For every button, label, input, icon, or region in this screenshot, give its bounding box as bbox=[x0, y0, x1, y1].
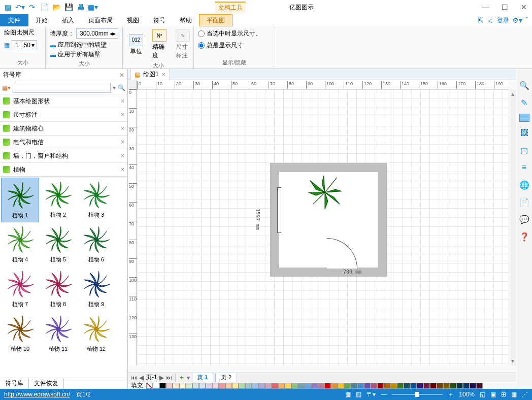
category-4[interactable]: 墙，门，窗户和结构× bbox=[0, 149, 127, 163]
login-link[interactable]: 登录 bbox=[497, 16, 509, 25]
apply-all-walls[interactable]: ▬应用于所有墙壁 bbox=[50, 50, 107, 59]
color-swatch[interactable] bbox=[423, 383, 430, 389]
color-swatch[interactable] bbox=[186, 383, 192, 389]
door-shape[interactable] bbox=[327, 238, 357, 269]
color-swatch[interactable] bbox=[239, 383, 245, 389]
precision-button[interactable]: N²精确度 bbox=[150, 28, 169, 61]
footer-tab-symbol-lib[interactable]: 符号库 bbox=[0, 378, 29, 389]
collapse-ribbon-icon[interactable]: ˆ bbox=[525, 16, 528, 24]
plant-item-1[interactable]: 植物 1 bbox=[1, 178, 39, 222]
lib-picker-icon[interactable]: ▦▾ bbox=[2, 84, 11, 91]
close-doc-icon[interactable]: × bbox=[162, 71, 165, 78]
rt-help-icon[interactable]: ❓ bbox=[518, 230, 530, 243]
search-input[interactable] bbox=[13, 83, 111, 93]
category-3[interactable]: 电气和电信× bbox=[0, 136, 127, 149]
menu-start[interactable]: 开始 bbox=[28, 14, 55, 26]
undo-icon[interactable]: ↶▾ bbox=[14, 2, 25, 13]
status-url[interactable]: http://www.edrawsoft.cn/ bbox=[4, 391, 70, 398]
menu-file[interactable]: 文件 bbox=[0, 14, 28, 26]
category-1[interactable]: 尺寸标注× bbox=[0, 108, 127, 122]
color-swatch[interactable] bbox=[476, 383, 483, 389]
color-swatch[interactable] bbox=[384, 383, 390, 389]
menu-help[interactable]: 帮助 bbox=[173, 14, 199, 26]
rt-text-icon[interactable]: ≡ bbox=[518, 161, 530, 174]
settings-icon[interactable]: ⚙▾ bbox=[512, 16, 522, 24]
color-swatch[interactable] bbox=[456, 383, 463, 389]
color-swatch[interactable] bbox=[179, 383, 186, 389]
plant-item-6[interactable]: 植物 6 bbox=[77, 222, 115, 267]
color-swatch[interactable] bbox=[232, 383, 239, 389]
search-dropdown-icon[interactable]: ▾ bbox=[113, 84, 116, 91]
plant-item-12[interactable]: 植物 12 bbox=[77, 312, 115, 356]
rt-image-icon[interactable]: 🖼 bbox=[518, 127, 530, 139]
menu-layout[interactable]: 页面布局 bbox=[81, 14, 120, 26]
status-fit2-icon[interactable]: ▣ bbox=[490, 391, 496, 398]
new-icon[interactable]: 📄 bbox=[39, 2, 50, 13]
color-swatch[interactable] bbox=[338, 383, 344, 389]
category-2[interactable]: 建筑物核心× bbox=[0, 122, 127, 136]
page-tab-2[interactable]: 页-2 bbox=[215, 373, 237, 382]
color-swatch[interactable] bbox=[192, 383, 199, 389]
category-5[interactable]: 植物× bbox=[0, 163, 127, 177]
color-swatch[interactable] bbox=[463, 383, 470, 389]
category-close-icon[interactable]: × bbox=[121, 125, 124, 132]
zoom-slider[interactable] bbox=[392, 394, 443, 395]
share-icon[interactable]: ⪪ bbox=[487, 16, 494, 24]
category-close-icon[interactable]: × bbox=[121, 111, 124, 118]
close-button[interactable]: ✕ bbox=[518, 1, 530, 13]
unit-button[interactable]: 012单位 bbox=[127, 33, 145, 57]
plant-item-9[interactable]: 植物 9 bbox=[77, 267, 115, 312]
color-swatch[interactable] bbox=[377, 383, 384, 389]
page-last-icon[interactable]: ⏭ bbox=[166, 374, 172, 381]
color-swatch[interactable] bbox=[265, 383, 272, 389]
rt-rect-icon[interactable] bbox=[519, 114, 529, 122]
color-swatch[interactable] bbox=[173, 383, 179, 389]
color-swatch[interactable] bbox=[245, 383, 252, 389]
show-selected-radio[interactable]: 当选中时显示尺寸。 bbox=[198, 28, 261, 39]
color-swatch[interactable] bbox=[410, 383, 417, 389]
rt-edit-icon[interactable]: ✎ bbox=[518, 96, 530, 109]
plant-item-8[interactable]: 植物 8 bbox=[39, 267, 77, 312]
color-swatch[interactable] bbox=[252, 383, 258, 389]
redo-icon[interactable]: ↷ bbox=[26, 2, 38, 13]
options-icon[interactable]: ▦▾ bbox=[87, 2, 98, 13]
plant-item-3[interactable]: 植物 3 bbox=[77, 178, 115, 222]
apply-selected-walls[interactable]: ▬应用到选中的墙壁 bbox=[50, 41, 107, 49]
color-swatch[interactable] bbox=[166, 383, 173, 389]
no-fill-icon[interactable] bbox=[146, 383, 153, 389]
dimension-button[interactable]: ✎尺寸标注 bbox=[174, 28, 192, 61]
status-view2-icon[interactable]: ▥ bbox=[356, 391, 361, 398]
vertical-scrollbar[interactable]: ▴▾ bbox=[509, 89, 516, 365]
save-icon[interactable]: ▤ bbox=[2, 2, 13, 13]
color-swatch[interactable] bbox=[437, 383, 443, 389]
plant-item-10[interactable]: 植物 10 bbox=[1, 312, 39, 356]
color-swatch[interactable] bbox=[470, 383, 476, 389]
color-swatch[interactable] bbox=[199, 383, 206, 389]
color-swatch[interactable] bbox=[344, 383, 351, 389]
color-swatch[interactable] bbox=[390, 383, 397, 389]
category-close-icon[interactable]: × bbox=[121, 139, 124, 146]
rt-globe-icon[interactable]: 🌐 bbox=[518, 179, 530, 191]
open-icon[interactable]: 📂 bbox=[51, 2, 62, 13]
search-icon[interactable]: 🔍 bbox=[118, 84, 125, 91]
page-menu-icon[interactable]: ▾ bbox=[187, 374, 190, 381]
rt-doc-icon[interactable]: 📄 bbox=[518, 196, 530, 208]
color-swatch[interactable] bbox=[450, 383, 456, 389]
page-next-icon[interactable]: ▶ bbox=[159, 374, 164, 381]
menu-symbol[interactable]: 符号 bbox=[146, 14, 173, 26]
plant-item-7[interactable]: 植物 7 bbox=[1, 267, 39, 312]
color-swatch[interactable] bbox=[430, 383, 437, 389]
add-page-icon[interactable]: ＋ bbox=[179, 373, 185, 382]
show-always-radio[interactable]: 总是显示尺寸 bbox=[198, 40, 243, 51]
rt-chat-icon[interactable]: 💬 bbox=[518, 213, 530, 225]
status-view1-icon[interactable]: ▦ bbox=[345, 391, 351, 398]
color-swatch[interactable] bbox=[417, 383, 423, 389]
color-swatch[interactable] bbox=[258, 383, 265, 389]
room-shape[interactable]: 1597 mm 700 mm bbox=[270, 163, 387, 277]
status-view3-icon[interactable]: 〒▾ bbox=[367, 390, 376, 399]
save-as-icon[interactable]: 💾 bbox=[63, 2, 74, 13]
plant-item-11[interactable]: 植物 11 bbox=[39, 312, 77, 356]
plant-item-2[interactable]: 植物 2 bbox=[39, 178, 77, 222]
status-fit3-icon[interactable]: ⊞ bbox=[501, 391, 506, 398]
color-swatch[interactable] bbox=[298, 383, 305, 389]
